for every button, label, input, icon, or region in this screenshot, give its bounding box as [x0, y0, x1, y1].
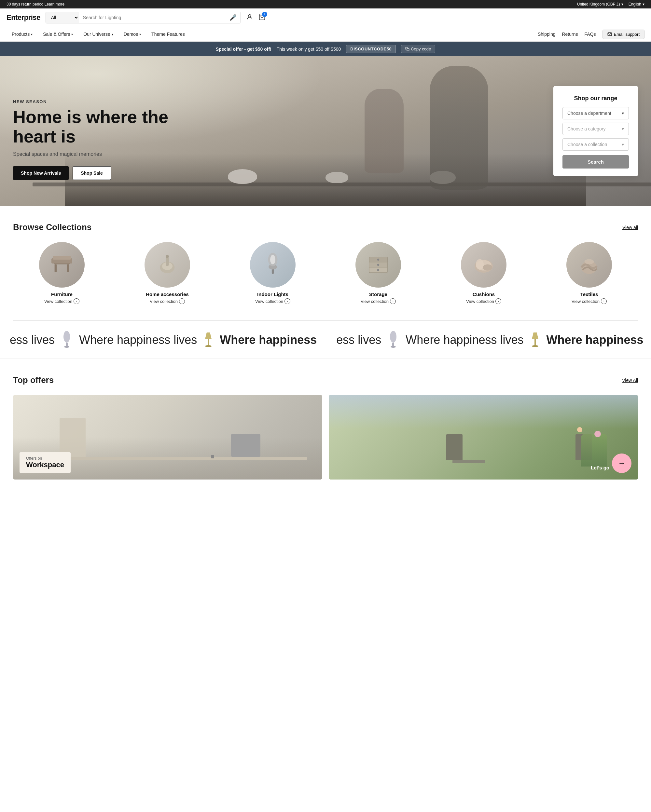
svg-point-21	[377, 264, 379, 266]
collection-item-furniture[interactable]: Furniture View collection ›	[13, 242, 111, 304]
hero-eyebrow: NEW SEASON	[13, 99, 176, 104]
nav-shipping[interactable]: Shipping	[538, 32, 556, 37]
svg-point-22	[377, 269, 379, 271]
svg-rect-8	[53, 256, 71, 259]
svg-rect-33	[208, 339, 209, 345]
cart-button[interactable]: 1	[258, 13, 266, 22]
region-selector[interactable]: United Kingdom (GBP £) ▾	[577, 2, 623, 6]
chevron-down-icon: ▾	[622, 126, 624, 131]
svg-point-28	[585, 259, 594, 264]
collection-link[interactable]: View collection ›	[224, 298, 322, 304]
collection-link[interactable]: View collection ›	[118, 298, 216, 304]
email-support-button[interactable]: Email support	[602, 30, 645, 39]
marquee-text-bold: Where happiness	[220, 333, 317, 347]
cushions-icon	[471, 252, 497, 278]
chevron-down-icon: ▾	[643, 2, 645, 6]
accessories-icon	[154, 252, 180, 278]
svg-point-34	[205, 345, 212, 347]
svg-rect-6	[67, 264, 69, 272]
search-input[interactable]	[79, 12, 226, 23]
nav-sale[interactable]: Sale & Offers ▾	[38, 27, 78, 41]
collection-circle-furniture	[39, 242, 85, 288]
offer-go-label: Let's go	[591, 465, 609, 470]
collection-name: Storage	[329, 292, 427, 297]
view-all-offers-link[interactable]: View All	[622, 378, 638, 383]
collection-link[interactable]: View collection ›	[13, 298, 111, 304]
widget-search-button[interactable]: Search	[562, 155, 629, 168]
offer-title: Workspace	[26, 461, 64, 469]
category-dropdown[interactable]: Choose a category ▾	[562, 123, 629, 135]
shop-new-arrivals-button[interactable]: Shop New Arrivals	[13, 166, 69, 180]
section-header: Browse Collections View all	[13, 222, 638, 232]
offer-go-button[interactable]: →	[612, 453, 631, 473]
svg-rect-39	[535, 339, 536, 345]
collection-link[interactable]: View collection ›	[435, 298, 533, 304]
mic-button[interactable]: 🎤	[226, 12, 240, 23]
shop-sale-button[interactable]: Shop Sale	[73, 166, 111, 180]
collection-item-textiles[interactable]: Textiles View collection ›	[540, 242, 638, 304]
nav-left: Products ▾ Sale & Offers ▾ Our Universe …	[6, 27, 538, 41]
marquee-text: ess lives	[10, 333, 55, 347]
svg-point-20	[377, 259, 379, 261]
browse-collections-section: Browse Collections View all Furniture	[0, 206, 651, 321]
promo-highlight: Special offer - get $50 off!	[216, 47, 272, 52]
language-selector[interactable]: English ▾	[628, 2, 645, 6]
chevron-down-icon: ▾	[622, 111, 624, 116]
collection-item-accessories[interactable]: Home accessories View collection ›	[118, 242, 216, 304]
arrow-circle-icon: ›	[601, 298, 607, 304]
collection-link[interactable]: View collection ›	[329, 298, 427, 304]
nav-universe[interactable]: Our Universe ▾	[78, 27, 118, 41]
top-bar: 30 days return period Learn more United …	[0, 0, 651, 8]
arrow-circle-icon: ›	[390, 298, 396, 304]
nav-products[interactable]: Products ▾	[6, 27, 38, 41]
marquee-text-bold: Where happiness	[547, 333, 643, 347]
department-dropdown[interactable]: Choose a department ▾	[562, 107, 629, 119]
marquee-section: ess lives Where happiness lives Where ha…	[0, 321, 651, 359]
collection-circle-storage	[355, 242, 401, 288]
learn-more-link[interactable]: Learn more	[44, 2, 64, 6]
collection-item-storage[interactable]: Storage View collection ›	[329, 242, 427, 304]
offer-card-outdoor[interactable]: → Let's go	[329, 395, 638, 479]
vase-icon	[388, 331, 399, 349]
nav-demos[interactable]: Demos ▾	[118, 27, 146, 41]
collection-item-cushions[interactable]: Cushions View collection ›	[435, 242, 533, 304]
nav-faqs[interactable]: FAQs	[585, 32, 596, 37]
lights-icon	[260, 252, 286, 278]
collection-circle-cushions	[461, 242, 506, 288]
hero-buttons: Shop New Arrivals Shop Sale	[13, 166, 176, 180]
section-title: Browse Collections	[13, 222, 92, 232]
top-offers-section: Top offers View All Offers on Workspace	[0, 359, 651, 489]
chevron-down-icon: ▾	[622, 142, 624, 147]
arrow-circle-icon: ›	[73, 298, 79, 304]
view-all-collections-link[interactable]: View all	[622, 225, 638, 230]
marquee-text: ess lives	[336, 333, 381, 347]
collection-name: Furniture	[13, 292, 111, 297]
account-button[interactable]	[246, 13, 253, 22]
cart-badge: 1	[262, 12, 267, 17]
header-icons: 1	[246, 13, 266, 22]
vase-icon	[61, 331, 73, 349]
collections-grid: Furniture View collection › Home accesso…	[13, 242, 638, 304]
collection-item-lights[interactable]: Indoor Lights View collection ›	[224, 242, 322, 304]
shop-range-widget: Shop our range Choose a department ▾ Cho…	[553, 86, 638, 176]
collection-link[interactable]: View collection ›	[540, 298, 638, 304]
svg-marker-38	[532, 333, 538, 339]
copy-icon	[405, 47, 410, 51]
furniture-icon	[49, 252, 75, 278]
offer-label-workspace: Offers on Workspace	[20, 452, 70, 473]
arrow-circle-icon: ›	[495, 298, 501, 304]
promo-detail: This week only get $50 off $500	[277, 47, 341, 52]
collection-dropdown[interactable]: Choose a collection ▾	[562, 138, 629, 151]
offer-card-workspace[interactable]: Offers on Workspace	[13, 395, 322, 479]
marquee-item: ess lives Where happiness lives Where ha…	[327, 331, 651, 349]
offer-eyebrow: Offers on	[26, 456, 64, 461]
search-bar: All Furniture Lighting Textiles Storage …	[46, 12, 241, 23]
site-logo[interactable]: Enterprise	[6, 13, 40, 22]
copy-code-button[interactable]: Copy code	[401, 45, 435, 53]
search-filter-select[interactable]: All Furniture Lighting Textiles Storage	[46, 12, 79, 23]
chevron-down-icon: ▾	[71, 32, 73, 36]
nav-theme-features[interactable]: Theme Features	[146, 27, 190, 41]
lamp-icon	[203, 331, 213, 349]
top-bar-right: United Kingdom (GBP £) ▾ English ▾	[577, 2, 645, 6]
nav-returns[interactable]: Returns	[562, 32, 578, 37]
